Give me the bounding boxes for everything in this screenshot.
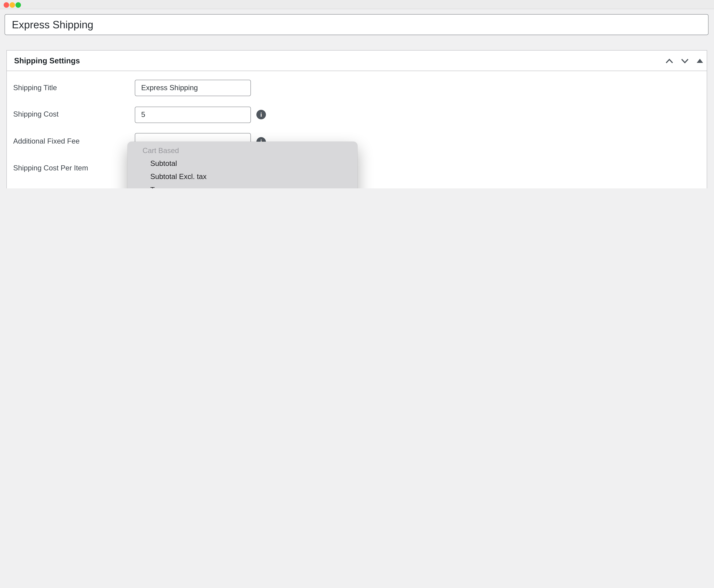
shipping-cost-input[interactable]: 5: [135, 106, 251, 123]
dropdown-item[interactable]: Tax: [127, 184, 358, 188]
minimize-window-button[interactable]: [9, 2, 15, 7]
info-icon[interactable]: i: [256, 110, 266, 119]
field-label-shipping-cost: Shipping Cost: [13, 110, 59, 119]
shipping-settings-header: Shipping Settings: [7, 50, 707, 71]
app-window: Express Shipping Shipping Settings Shipp…: [0, 0, 714, 188]
field-label-cost-per-item: Shipping Cost Per Item: [13, 164, 88, 172]
field-label-additional-fixed-fee: Additional Fixed Fee: [13, 137, 80, 145]
dropdown-group-label: Cart Based: [127, 144, 358, 157]
move-up-icon[interactable]: [666, 59, 673, 63]
panel-title: Shipping Settings: [14, 50, 80, 71]
collapse-panel-icon[interactable]: [697, 59, 703, 63]
shipping-title-input[interactable]: Express Shipping: [135, 80, 251, 96]
shipping-method-title-input[interactable]: Express Shipping: [4, 14, 709, 35]
close-window-button[interactable]: [3, 2, 9, 7]
field-label-shipping-title: Shipping Title: [13, 84, 57, 92]
dropdown-item[interactable]: Subtotal: [127, 157, 358, 170]
window-titlebar: [0, 0, 714, 9]
zoom-window-button[interactable]: [15, 2, 21, 7]
move-down-icon[interactable]: [681, 59, 689, 63]
dropdown-items: Cart BasedSubtotalSubtotal Excl. taxTaxQ…: [127, 144, 358, 188]
condition-type-dropdown: Cart BasedSubtotalSubtotal Excl. taxTaxQ…: [127, 142, 358, 188]
dropdown-item[interactable]: Subtotal Excl. tax: [127, 170, 358, 184]
